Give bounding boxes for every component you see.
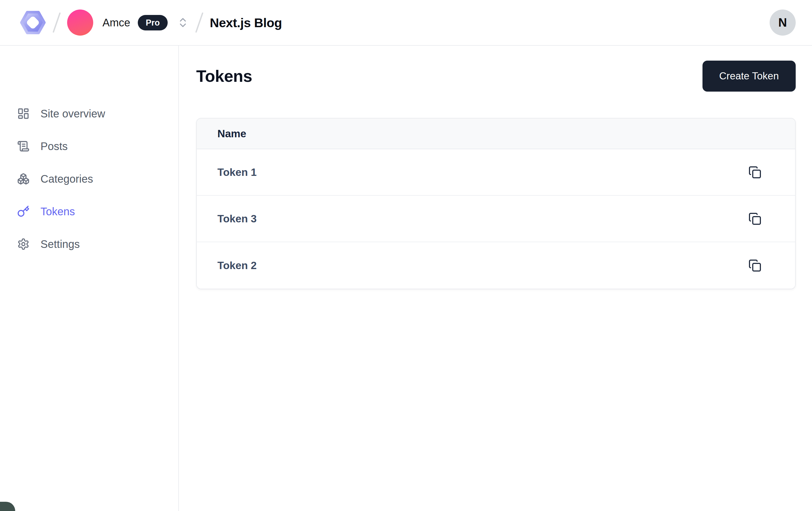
page-title: Tokens <box>196 66 252 86</box>
sidebar-item-label: Tokens <box>40 205 75 218</box>
token-name: Token 1 <box>218 166 257 178</box>
table-row: Token 1 <box>197 149 795 196</box>
create-token-button[interactable]: Create Token <box>702 61 796 92</box>
sidebar-item-label: Settings <box>40 238 80 250</box>
sidebar-item-tokens[interactable]: Tokens <box>0 195 178 228</box>
table-row: Token 3 <box>197 196 795 242</box>
main-content: Tokens Create Token Name Token 1 Token 3 <box>179 46 812 511</box>
posts-icon <box>17 140 30 152</box>
plan-badge: Pro <box>138 15 168 30</box>
breadcrumb-separator <box>195 12 203 33</box>
workspace-name[interactable]: Amce <box>103 17 130 29</box>
copy-token-button[interactable] <box>748 166 761 179</box>
sidebar-item-posts[interactable]: Posts <box>0 130 178 163</box>
app-logo-icon[interactable] <box>20 9 46 36</box>
token-name: Token 3 <box>218 213 257 225</box>
column-header-name: Name <box>218 128 246 140</box>
sidebar-item-site-overview[interactable]: Site overview <box>0 97 178 130</box>
copy-icon <box>748 166 761 179</box>
key-icon <box>17 205 30 218</box>
copy-icon <box>748 259 761 272</box>
token-name: Token 2 <box>218 260 257 272</box>
breadcrumb-separator <box>53 12 61 33</box>
copy-token-button[interactable] <box>748 212 761 225</box>
sidebar-item-label: Site overview <box>40 108 105 120</box>
sidebar-nav: Site overview Posts <box>0 46 179 511</box>
categories-icon <box>17 173 30 185</box>
settings-icon <box>17 238 30 250</box>
copy-token-button[interactable] <box>748 259 761 272</box>
copy-icon <box>748 212 761 225</box>
table-header-row: Name <box>197 118 795 149</box>
sidebar-item-label: Categories <box>40 173 93 185</box>
user-avatar[interactable]: N <box>770 9 796 36</box>
site-title: Next.js Blog <box>210 15 282 30</box>
table-row: Token 2 <box>197 242 795 289</box>
sidebar-item-settings[interactable]: Settings <box>0 228 178 260</box>
dashboard-icon <box>17 107 30 120</box>
workspace-switcher-chevrons-icon[interactable] <box>177 17 189 29</box>
sidebar-item-categories[interactable]: Categories <box>0 163 178 195</box>
workspace-avatar[interactable] <box>67 9 93 36</box>
tokens-table: Name Token 1 Token 3 <box>196 118 796 289</box>
top-header: Amce Pro Next.js Blog N <box>0 0 812 46</box>
sidebar-item-label: Posts <box>40 140 68 152</box>
